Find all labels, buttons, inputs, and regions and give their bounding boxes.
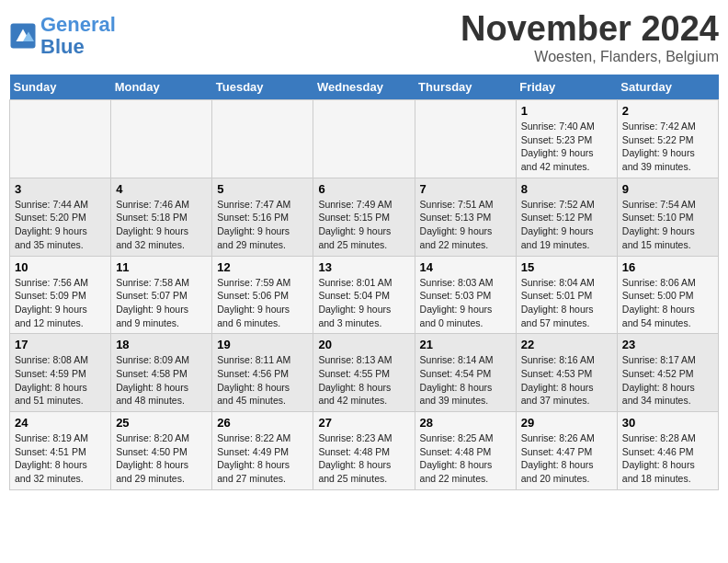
calendar-cell: 6Sunrise: 7:49 AM Sunset: 5:15 PM Daylig… xyxy=(313,178,415,256)
calendar-week-4: 24Sunrise: 8:19 AM Sunset: 4:51 PM Dayli… xyxy=(10,412,719,490)
calendar-cell: 13Sunrise: 8:01 AM Sunset: 5:04 PM Dayli… xyxy=(313,256,415,334)
day-number: 6 xyxy=(318,182,409,196)
header-tuesday: Tuesday xyxy=(212,75,313,100)
day-info: Sunrise: 7:47 AM Sunset: 5:16 PM Dayligh… xyxy=(217,198,308,252)
day-number: 2 xyxy=(622,104,713,118)
day-number: 11 xyxy=(116,260,207,274)
header-sunday: Sunday xyxy=(10,75,111,100)
header-friday: Friday xyxy=(516,75,617,100)
header-wednesday: Wednesday xyxy=(313,75,415,100)
day-number: 25 xyxy=(116,416,207,430)
day-number: 10 xyxy=(15,260,106,274)
day-number: 3 xyxy=(15,182,106,196)
day-number: 23 xyxy=(622,338,713,351)
day-info: Sunrise: 7:49 AM Sunset: 5:15 PM Dayligh… xyxy=(318,198,409,252)
logo-line1: General xyxy=(40,13,116,36)
calendar-cell: 11Sunrise: 7:58 AM Sunset: 5:07 PM Dayli… xyxy=(111,256,212,334)
day-number: 21 xyxy=(420,338,511,351)
day-info: Sunrise: 8:16 AM Sunset: 4:53 PM Dayligh… xyxy=(521,353,612,408)
calendar-cell: 26Sunrise: 8:22 AM Sunset: 4:49 PM Dayli… xyxy=(212,412,313,490)
calendar-body: 1Sunrise: 7:40 AM Sunset: 5:23 PM Daylig… xyxy=(10,100,719,490)
day-info: Sunrise: 8:01 AM Sunset: 5:04 PM Dayligh… xyxy=(318,276,409,330)
day-info: Sunrise: 8:03 AM Sunset: 5:03 PM Dayligh… xyxy=(420,276,511,330)
day-number: 27 xyxy=(318,416,409,430)
day-number: 18 xyxy=(116,338,207,351)
day-number: 17 xyxy=(15,338,106,351)
calendar-cell xyxy=(415,100,516,178)
day-info: Sunrise: 8:25 AM Sunset: 4:48 PM Dayligh… xyxy=(420,431,511,486)
day-info: Sunrise: 8:09 AM Sunset: 4:58 PM Dayligh… xyxy=(116,353,207,408)
day-info: Sunrise: 7:42 AM Sunset: 5:22 PM Dayligh… xyxy=(622,120,713,174)
calendar-week-3: 17Sunrise: 8:08 AM Sunset: 4:59 PM Dayli… xyxy=(10,334,719,412)
day-number: 15 xyxy=(521,260,612,274)
calendar-cell: 17Sunrise: 8:08 AM Sunset: 4:59 PM Dayli… xyxy=(10,334,111,412)
calendar-table: Sunday Monday Tuesday Wednesday Thursday… xyxy=(9,75,719,490)
calendar-cell: 10Sunrise: 7:56 AM Sunset: 5:09 PM Dayli… xyxy=(10,256,111,334)
header-thursday: Thursday xyxy=(415,75,516,100)
day-number: 7 xyxy=(420,182,511,196)
day-info: Sunrise: 8:23 AM Sunset: 4:48 PM Dayligh… xyxy=(318,431,409,486)
day-info: Sunrise: 8:04 AM Sunset: 5:01 PM Dayligh… xyxy=(521,276,612,330)
day-info: Sunrise: 7:51 AM Sunset: 5:13 PM Dayligh… xyxy=(420,198,511,252)
calendar-cell: 22Sunrise: 8:16 AM Sunset: 4:53 PM Dayli… xyxy=(516,334,617,412)
calendar-cell xyxy=(10,100,111,178)
calendar-cell: 27Sunrise: 8:23 AM Sunset: 4:48 PM Dayli… xyxy=(313,412,415,490)
day-info: Sunrise: 8:06 AM Sunset: 5:00 PM Dayligh… xyxy=(622,276,713,330)
calendar-cell: 8Sunrise: 7:52 AM Sunset: 5:12 PM Daylig… xyxy=(516,178,617,256)
header-row: Sunday Monday Tuesday Wednesday Thursday… xyxy=(10,75,719,100)
day-number: 8 xyxy=(521,182,612,196)
day-info: Sunrise: 7:40 AM Sunset: 5:23 PM Dayligh… xyxy=(521,120,612,174)
day-info: Sunrise: 8:20 AM Sunset: 4:50 PM Dayligh… xyxy=(116,431,207,486)
calendar-cell: 21Sunrise: 8:14 AM Sunset: 4:54 PM Dayli… xyxy=(415,334,516,412)
day-info: Sunrise: 7:58 AM Sunset: 5:07 PM Dayligh… xyxy=(116,276,207,330)
calendar-cell xyxy=(111,100,212,178)
day-info: Sunrise: 8:28 AM Sunset: 4:46 PM Dayligh… xyxy=(622,431,713,486)
day-number: 12 xyxy=(217,260,308,274)
day-info: Sunrise: 7:56 AM Sunset: 5:09 PM Dayligh… xyxy=(15,276,106,330)
calendar-cell: 19Sunrise: 8:11 AM Sunset: 4:56 PM Dayli… xyxy=(212,334,313,412)
calendar-cell: 23Sunrise: 8:17 AM Sunset: 4:52 PM Dayli… xyxy=(617,334,718,412)
calendar-week-0: 1Sunrise: 7:40 AM Sunset: 5:23 PM Daylig… xyxy=(10,100,719,178)
day-number: 14 xyxy=(420,260,511,274)
title-area: November 2024 Woesten, Flanders, Belgium xyxy=(461,9,719,65)
logo-text: General Blue xyxy=(40,14,116,58)
calendar-cell: 4Sunrise: 7:46 AM Sunset: 5:18 PM Daylig… xyxy=(111,178,212,256)
header: General Blue November 2024 Woesten, Flan… xyxy=(9,9,719,65)
logo-line2: Blue xyxy=(40,35,85,58)
header-monday: Monday xyxy=(111,75,212,100)
calendar-cell: 7Sunrise: 7:51 AM Sunset: 5:13 PM Daylig… xyxy=(415,178,516,256)
day-number: 20 xyxy=(318,338,409,351)
logo: General Blue xyxy=(9,14,116,58)
calendar-cell xyxy=(313,100,415,178)
calendar-cell: 30Sunrise: 8:28 AM Sunset: 4:46 PM Dayli… xyxy=(617,412,718,490)
day-number: 19 xyxy=(217,338,308,351)
day-info: Sunrise: 8:13 AM Sunset: 4:55 PM Dayligh… xyxy=(318,353,409,408)
day-number: 4 xyxy=(116,182,207,196)
calendar-cell: 28Sunrise: 8:25 AM Sunset: 4:48 PM Dayli… xyxy=(415,412,516,490)
day-info: Sunrise: 8:19 AM Sunset: 4:51 PM Dayligh… xyxy=(15,431,106,486)
calendar-cell: 5Sunrise: 7:47 AM Sunset: 5:16 PM Daylig… xyxy=(212,178,313,256)
calendar-cell: 29Sunrise: 8:26 AM Sunset: 4:47 PM Dayli… xyxy=(516,412,617,490)
day-number: 22 xyxy=(521,338,612,351)
calendar-cell: 14Sunrise: 8:03 AM Sunset: 5:03 PM Dayli… xyxy=(415,256,516,334)
calendar-cell: 1Sunrise: 7:40 AM Sunset: 5:23 PM Daylig… xyxy=(516,100,617,178)
day-info: Sunrise: 8:17 AM Sunset: 4:52 PM Dayligh… xyxy=(622,353,713,408)
calendar-header: Sunday Monday Tuesday Wednesday Thursday… xyxy=(10,75,719,100)
header-saturday: Saturday xyxy=(617,75,718,100)
calendar-cell: 16Sunrise: 8:06 AM Sunset: 5:00 PM Dayli… xyxy=(617,256,718,334)
calendar-cell: 9Sunrise: 7:54 AM Sunset: 5:10 PM Daylig… xyxy=(617,178,718,256)
calendar-cell: 3Sunrise: 7:44 AM Sunset: 5:20 PM Daylig… xyxy=(10,178,111,256)
day-number: 13 xyxy=(318,260,409,274)
day-info: Sunrise: 8:08 AM Sunset: 4:59 PM Dayligh… xyxy=(15,353,106,408)
day-number: 30 xyxy=(622,416,713,430)
day-number: 29 xyxy=(521,416,612,430)
calendar-cell: 20Sunrise: 8:13 AM Sunset: 4:55 PM Dayli… xyxy=(313,334,415,412)
day-info: Sunrise: 7:44 AM Sunset: 5:20 PM Dayligh… xyxy=(15,198,106,252)
calendar-cell: 18Sunrise: 8:09 AM Sunset: 4:58 PM Dayli… xyxy=(111,334,212,412)
day-info: Sunrise: 7:46 AM Sunset: 5:18 PM Dayligh… xyxy=(116,198,207,252)
day-info: Sunrise: 8:26 AM Sunset: 4:47 PM Dayligh… xyxy=(521,431,612,486)
day-info: Sunrise: 8:14 AM Sunset: 4:54 PM Dayligh… xyxy=(420,353,511,408)
calendar-cell: 12Sunrise: 7:59 AM Sunset: 5:06 PM Dayli… xyxy=(212,256,313,334)
day-info: Sunrise: 7:54 AM Sunset: 5:10 PM Dayligh… xyxy=(622,198,713,252)
logo-icon xyxy=(9,22,37,50)
